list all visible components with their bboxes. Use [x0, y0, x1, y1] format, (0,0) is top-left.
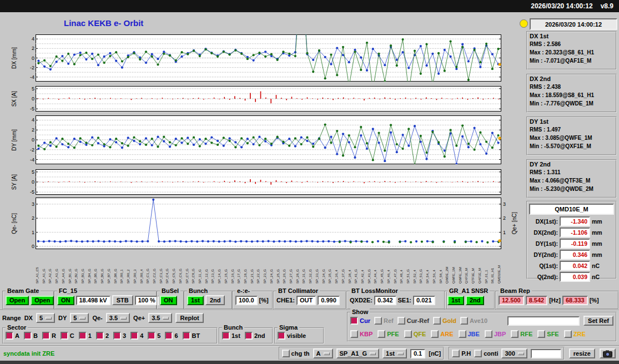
bunch-1st-button[interactable]: 1st	[187, 296, 204, 305]
sector-1-toggle[interactable]: 1	[79, 332, 92, 340]
checkbox[interactable]	[350, 317, 358, 325]
svg-text:1: 1	[503, 230, 506, 235]
busel-on-button[interactable]: ON	[160, 296, 177, 305]
checkbox[interactable]	[61, 332, 68, 340]
checkbox[interactable]	[537, 330, 545, 338]
show-sfe-toggle[interactable]: SFE	[537, 330, 558, 338]
show-gold-toggle[interactable]: Gold	[433, 317, 456, 325]
sector-3-toggle[interactable]: 3	[113, 332, 126, 340]
replot-button[interactable]: Replot	[175, 313, 203, 323]
show-jbp-toggle[interactable]: JBP	[485, 330, 506, 338]
checkbox[interactable]	[378, 330, 385, 338]
checkbox[interactable]	[564, 330, 572, 338]
sector-c-toggle[interactable]: C	[61, 332, 74, 340]
fc15-on-button[interactable]: ON	[57, 296, 74, 305]
bpm-name-label: QXF1E_M	[465, 251, 468, 284]
bunch-1st-toggle[interactable]: 1st	[222, 332, 240, 340]
checkbox[interactable]	[113, 332, 121, 340]
svg-text:5: 5	[32, 86, 34, 92]
bunch-select[interactable]: 1st	[383, 348, 407, 358]
checkbox[interactable]	[183, 332, 190, 340]
checkbox[interactable]	[374, 317, 382, 325]
sector-2-toggle[interactable]: 2	[96, 332, 109, 340]
checkbox[interactable]	[24, 332, 32, 340]
bpm-name-label: SP_A1_C5	[36, 251, 39, 284]
checkbox[interactable]	[222, 332, 230, 340]
sector-b-toggle[interactable]: B	[24, 332, 38, 340]
ph-toggle[interactable]: P.H	[452, 350, 471, 357]
show-pfe-toggle[interactable]: PFE	[378, 330, 399, 338]
range-qem-select[interactable]: 3.5	[106, 313, 130, 323]
show-rfe-toggle[interactable]: RFE	[511, 330, 532, 338]
checkbox-label: RFE	[520, 331, 532, 337]
sector-5-toggle[interactable]: 5	[148, 332, 160, 340]
show-jbe-toggle[interactable]: JBE	[459, 330, 480, 338]
checkbox[interactable]	[460, 317, 468, 325]
checkbox[interactable]	[511, 330, 519, 338]
stat-min: Min : -5.570@QXF1E_M	[530, 142, 613, 150]
beam-gate-open-button-2[interactable]: Open	[31, 296, 54, 305]
resize-button[interactable]: resize	[569, 348, 595, 358]
checkbox[interactable]	[397, 317, 405, 325]
show-are-toggle[interactable]: ARE	[431, 330, 453, 338]
sector-a-toggle[interactable]: A	[6, 332, 19, 340]
checkbox[interactable]	[6, 332, 13, 340]
ref-file-input[interactable]	[507, 316, 580, 326]
checkbox[interactable]	[42, 332, 50, 340]
ph-checkbox[interactable]	[452, 350, 460, 357]
beam-gate-open-button-1[interactable]: Open	[6, 296, 29, 305]
show-ref-toggle[interactable]: Ref	[374, 317, 394, 325]
checkbox[interactable]	[350, 330, 358, 338]
chg-th-checkbox[interactable]	[282, 350, 290, 357]
range-dx-select[interactable]: 5	[36, 313, 55, 323]
bpm-name-label: SP_25_G	[276, 251, 280, 284]
set-ref-button[interactable]: Set Ref	[583, 316, 613, 326]
checkbox[interactable]	[433, 317, 441, 325]
checkbox[interactable]	[404, 330, 412, 338]
checkbox[interactable]	[148, 332, 155, 340]
checkbox[interactable]	[96, 332, 104, 340]
range-dy-select[interactable]: 5	[70, 313, 89, 323]
checkbox[interactable]	[459, 330, 466, 338]
show-cur-toggle[interactable]: Cur	[350, 317, 370, 325]
show-kbp-toggle[interactable]: KBP	[350, 330, 373, 338]
checkbox[interactable]	[79, 332, 87, 340]
checkbox-label: PFE	[387, 331, 399, 337]
conti-checkbox[interactable]	[474, 350, 482, 357]
checkbox[interactable]	[431, 330, 439, 338]
checkbox[interactable]	[165, 332, 173, 340]
bpm-row-unit: mm	[592, 229, 602, 236]
range-qep-select[interactable]: 3.5	[148, 313, 172, 323]
bunch-2nd-button[interactable]: 2nd	[205, 295, 225, 305]
sigma-visible-toggle[interactable]: visible	[278, 332, 306, 340]
bpm-name-label: QTF3E_M	[471, 251, 475, 284]
screenshot-button[interactable]	[600, 348, 616, 358]
gr-a1-2nd-button[interactable]: 2nd	[466, 296, 485, 305]
checkbox-label: 5	[157, 332, 160, 339]
sector-r-toggle[interactable]: R	[42, 332, 56, 340]
checkbox-label: JBP	[494, 331, 506, 337]
bunch-2nd-toggle[interactable]: 2nd	[245, 332, 265, 340]
bpm-select[interactable]: SP_A1_G	[336, 348, 380, 358]
gr-a1-1st-button[interactable]: 1st	[447, 296, 464, 305]
show-zre-toggle[interactable]: ZRE	[564, 330, 586, 338]
sigma-visible-checkbox[interactable]	[278, 332, 285, 340]
checkbox[interactable]	[130, 332, 138, 340]
sector-select[interactable]: A	[313, 348, 333, 358]
checkbox[interactable]	[485, 330, 492, 338]
show-qfe-toggle[interactable]: QFE	[404, 330, 426, 338]
chg-th-toggle[interactable]: chg th	[282, 350, 310, 357]
sector-4-toggle[interactable]: 4	[130, 332, 143, 340]
sector-bt-toggle[interactable]: BT	[183, 332, 200, 340]
conti-toggle[interactable]: conti	[474, 350, 498, 357]
show-ave10-toggle[interactable]: Ave10	[460, 317, 487, 325]
option-menu-icon	[370, 352, 376, 355]
count-input[interactable]	[531, 349, 561, 358]
checkbox[interactable]	[245, 332, 253, 340]
show-cur-ref-toggle[interactable]: Cur-Ref	[397, 317, 429, 325]
count-select[interactable]: 300	[501, 348, 527, 358]
qxd2e-label: QXD2E:	[350, 297, 373, 304]
sector-6-toggle[interactable]: 6	[165, 332, 178, 340]
stat-max: Max : 20.323@S8_61_H1	[530, 48, 613, 57]
fc15-stb-button[interactable]: STB	[112, 295, 133, 305]
